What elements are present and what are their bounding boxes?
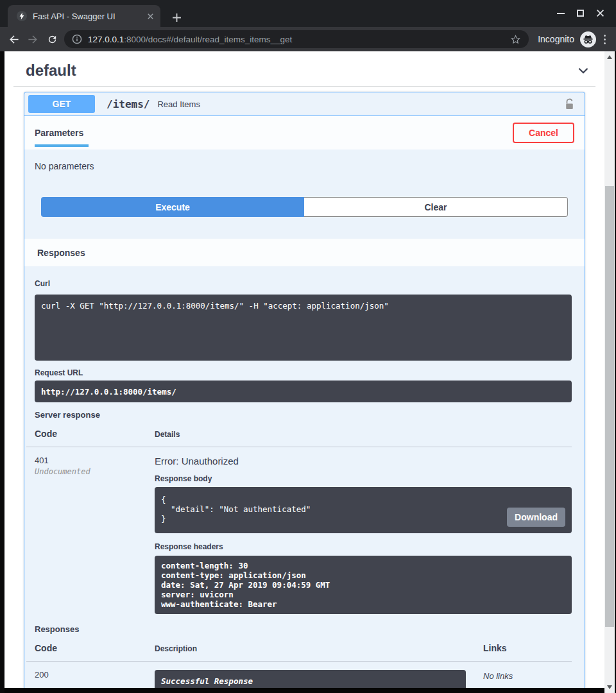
download-button[interactable]: Download	[507, 508, 565, 527]
response-headers-label: Response headers	[155, 542, 572, 551]
site-info-icon[interactable]	[72, 34, 82, 44]
documented-responses-label: Responses	[35, 624, 572, 634]
browser-tab[interactable]: Fast API - Swagger UI	[8, 5, 160, 27]
forward-icon[interactable]	[23, 33, 42, 46]
response-headers-block: content-length: 30 content-type: applica…	[155, 556, 572, 614]
operation-summary[interactable]: GET /items/ Read Items	[24, 92, 585, 116]
curl-label: Curl	[35, 279, 572, 288]
operation-summary-text: Read Items	[157, 99, 200, 109]
url-host: 127.0.0.1	[88, 35, 124, 44]
scrollbar-down-icon[interactable]	[607, 685, 612, 689]
status-code-200: 200	[35, 670, 155, 680]
window-controls	[557, 9, 604, 17]
opblock-get-items: GET /items/ Read Items Parameters Cancel…	[24, 92, 585, 688]
execute-button[interactable]: Execute	[41, 197, 304, 217]
url-text[interactable]: 127.0.0.1:8000/docs#/default/read_items_…	[88, 35, 504, 44]
server-response-row: 401 Undocumented Error: Unauthorized Res…	[35, 447, 572, 614]
maximize-icon[interactable]	[577, 10, 584, 17]
responses-inner: Curl curl -X GET "http://127.0.0.1:8000/…	[24, 266, 585, 688]
operation-path: /items/	[107, 98, 150, 110]
parameters-header: Parameters Cancel	[24, 116, 585, 150]
scrollbar-thumb[interactable]	[605, 186, 614, 627]
request-url-label: Request URL	[35, 368, 572, 377]
response-body-label: Response body	[155, 474, 572, 483]
browser-menu-icon[interactable]	[604, 35, 606, 44]
curl-command[interactable]: curl -X GET "http://127.0.0.1:8000/items…	[35, 295, 572, 361]
col-details: Details	[155, 430, 572, 439]
status-code: 401	[35, 456, 155, 465]
request-url-value: http://127.0.0.1:8000/items/	[35, 381, 572, 402]
browser-viewport: default GET /items/ Read Items Paramete	[0, 51, 616, 693]
address-bar[interactable]: 127.0.0.1:8000/docs#/default/read_items_…	[64, 30, 529, 48]
incognito-label: Incognito	[538, 34, 574, 44]
execute-wrapper: Execute Clear	[24, 171, 585, 239]
bookmark-star-icon[interactable]	[510, 34, 521, 45]
server-response-label: Server response	[35, 410, 572, 420]
col-code: Code	[35, 429, 155, 439]
reload-icon[interactable]	[42, 34, 62, 45]
cancel-button[interactable]: Cancel	[513, 123, 574, 143]
response-body-json: { "detail": "Not authenticated" }	[161, 495, 565, 524]
response-description-pill: Successful Response	[155, 670, 466, 688]
window-edge-left	[0, 51, 4, 693]
incognito-icon	[580, 31, 596, 47]
page-scrollbar[interactable]	[604, 51, 615, 693]
chevron-down-icon[interactable]	[576, 64, 590, 78]
no-links-text: No links	[483, 670, 572, 681]
col-links: Links	[483, 643, 572, 653]
browser-titlebar: Fast API - Swagger UI	[0, 0, 616, 27]
lock-open-icon[interactable]	[565, 98, 574, 110]
col-description: Description	[155, 644, 483, 653]
tab-title: Fast API - Swagger UI	[33, 12, 141, 21]
swagger-page: default GET /items/ Read Items Paramete	[4, 51, 604, 688]
url-path: :8000/docs#/default/read_items_items__ge…	[124, 35, 292, 44]
clear-button[interactable]: Clear	[304, 197, 568, 217]
tab-parameters[interactable]: Parameters	[35, 116, 83, 150]
responses-title: Responses	[37, 248, 85, 258]
minimize-icon[interactable]	[557, 13, 565, 14]
tag-title: default	[26, 62, 76, 80]
col-code: Code	[35, 643, 155, 653]
method-badge: GET	[28, 95, 95, 113]
browser-toolbar: 127.0.0.1:8000/docs#/default/read_items_…	[0, 27, 616, 51]
undocumented-note: Undocumented	[35, 467, 155, 476]
close-window-icon[interactable]	[596, 9, 604, 17]
window-edge-bottom	[4, 688, 604, 693]
server-response-table-head: Code Details	[26, 429, 572, 447]
new-tab-icon[interactable]	[172, 13, 182, 22]
responses-section-header: Responses	[24, 239, 585, 266]
fastapi-favicon-icon	[17, 11, 27, 21]
parameters-label: Parameters	[35, 128, 83, 138]
back-icon[interactable]	[4, 33, 23, 46]
no-parameters-text: No parameters	[24, 150, 585, 171]
tab-close-icon[interactable]	[147, 13, 154, 20]
documented-response-row: 200 Successful Response No links	[35, 662, 572, 688]
error-text: Error: Unauthorized	[155, 456, 572, 466]
active-tab-underline	[35, 144, 89, 147]
scrollbar-up-icon[interactable]	[607, 55, 612, 59]
documented-responses-table-head: Code Description Links	[26, 643, 572, 662]
response-body-block: { "detail": "Not authenticated" }Downloa…	[155, 487, 572, 533]
tag-section[interactable]: default	[13, 51, 595, 87]
